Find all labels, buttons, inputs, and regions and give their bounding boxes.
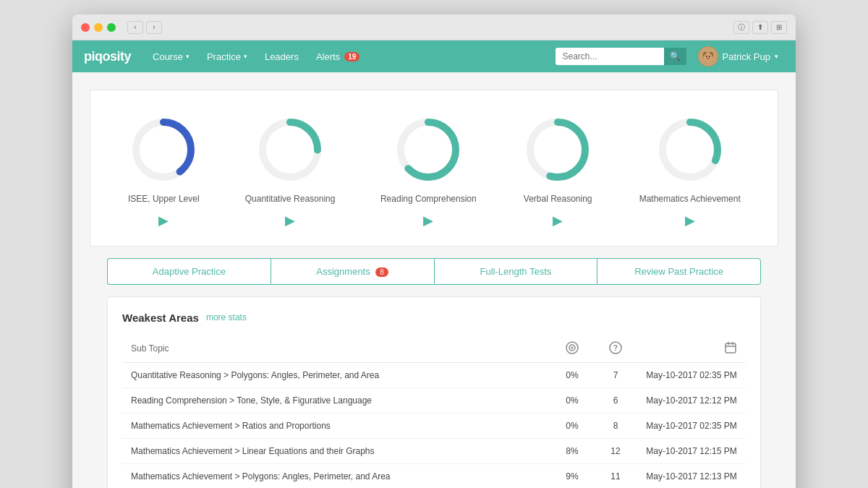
browser-window: ‹ › ⓘ ⬆ ⊞ piqosity Course ▾ Practice ▾ L… <box>72 14 796 488</box>
tabs-section: Adaptive Practice Assignments 8 Full-Len… <box>90 258 778 296</box>
weakest-areas-title: Weakest Areas <box>122 312 199 324</box>
nav-practice[interactable]: Practice ▾ <box>200 47 255 67</box>
tab-adaptive-practice[interactable]: Adaptive Practice <box>107 258 271 285</box>
row-topic-4: Mathematics Achievement > Polygons: Angl… <box>122 463 550 488</box>
course-name-reading: Reading Comprehension <box>380 193 477 205</box>
play-icon-verbal[interactable]: ▶ <box>553 213 563 228</box>
table-row: Mathematics Achievement > Ratios and Pro… <box>122 413 746 438</box>
more-stats-link[interactable]: more stats <box>206 312 247 322</box>
row-date-3: May-10-2017 12:15 PM <box>637 438 746 463</box>
table-row: Reading Comprehension > Tone, Style, & F… <box>122 388 746 413</box>
svg-point-19 <box>571 346 574 348</box>
course-circle-reading <box>392 114 464 186</box>
play-icon-mathematics[interactable]: ▶ <box>685 213 695 228</box>
course-circle-verbal <box>522 114 594 186</box>
row-date-0: May-10-2017 02:35 PM <box>637 362 746 388</box>
practice-dropdown-arrow: ▾ <box>244 53 247 60</box>
col-header-date <box>637 335 746 363</box>
back-button[interactable]: ‹ <box>127 21 143 34</box>
play-icon-reading[interactable]: ▶ <box>423 213 433 228</box>
tab-full-length-tests[interactable]: Full-Length Tests <box>434 258 597 285</box>
grid-button[interactable]: ⊞ <box>771 21 787 34</box>
tab-review-past-practice[interactable]: Review Past Practice <box>597 258 761 285</box>
nav-leaders[interactable]: Leaders <box>258 47 306 67</box>
table-body: Quantitative Reasoning > Polygons: Angle… <box>122 362 746 488</box>
row-topic-3: Mathematics Achievement > Linear Equatio… <box>122 438 550 463</box>
search-input[interactable] <box>556 48 664 65</box>
table-row: Quantitative Reasoning > Polygons: Angle… <box>122 362 746 388</box>
share-button[interactable]: ⬆ <box>752 21 768 34</box>
svg-rect-22 <box>726 343 736 353</box>
minimize-button[interactable] <box>94 23 103 32</box>
user-name: Patrick Pup <box>723 51 770 62</box>
row-questions-0: 7 <box>594 362 637 388</box>
col-header-score <box>550 335 594 363</box>
courses-section: ISEE, Upper Level ▶ Quantitative Reasoni… <box>90 90 778 246</box>
main-content: ISEE, Upper Level ▶ Quantitative Reasoni… <box>72 72 796 488</box>
row-questions-1: 6 <box>594 388 637 413</box>
course-item-reading[interactable]: Reading Comprehension ▶ <box>380 114 477 228</box>
col-header-topic: Sub Topic <box>122 335 550 363</box>
svg-point-3 <box>704 53 712 61</box>
search-box: 🔍 <box>556 48 686 65</box>
close-button[interactable] <box>81 23 90 32</box>
navigation-bar: piqosity Course ▾ Practice ▾ Leaders Ale… <box>72 40 796 72</box>
row-date-4: May-10-2017 12:13 PM <box>637 463 746 488</box>
course-circle-isee <box>127 114 200 186</box>
svg-point-4 <box>706 56 707 57</box>
row-score-4: 9% <box>550 463 594 488</box>
nav-right: 🔍 Patrick Pup ▾ <box>556 43 784 69</box>
course-name-mathematics: Mathematics Achievement <box>639 193 741 205</box>
course-circle-quantitative <box>254 114 326 186</box>
course-name-verbal: Verbal Reasoning <box>524 193 592 205</box>
course-item-quantitative[interactable]: Quantitative Reasoning ▶ <box>245 114 336 228</box>
table-header: Sub Topic ? <box>122 335 746 363</box>
row-questions-3: 12 <box>594 438 637 463</box>
forward-button[interactable]: › <box>146 21 162 34</box>
svg-text:?: ? <box>613 344 618 352</box>
search-button[interactable]: 🔍 <box>664 48 686 65</box>
nav-course[interactable]: Course ▾ <box>145 47 197 67</box>
row-questions-2: 8 <box>594 413 637 438</box>
brand-logo[interactable]: piqosity <box>84 49 131 64</box>
weakest-areas-section: Weakest Areas more stats Sub Topic <box>107 296 761 488</box>
row-date-2: May-10-2017 02:35 PM <box>637 413 746 438</box>
title-bar: ‹ › ⓘ ⬆ ⊞ <box>72 14 796 40</box>
row-questions-4: 11 <box>594 463 637 488</box>
play-icon-quantitative[interactable]: ▶ <box>285 213 295 228</box>
course-name-quantitative: Quantitative Reasoning <box>245 193 336 205</box>
row-score-1: 0% <box>550 388 594 413</box>
course-dropdown-arrow: ▾ <box>186 53 190 60</box>
course-item-isee[interactable]: ISEE, Upper Level ▶ <box>127 114 200 228</box>
play-icon-isee[interactable]: ▶ <box>158 213 169 228</box>
row-topic-2: Mathematics Achievement > Ratios and Pro… <box>122 413 550 438</box>
course-name-isee: ISEE, Upper Level <box>128 193 200 205</box>
window-action-buttons: ⓘ ⬆ ⊞ <box>733 21 787 34</box>
svg-point-5 <box>709 56 710 57</box>
row-score-3: 8% <box>550 438 594 463</box>
nav-links: Course ▾ Practice ▾ Leaders Alerts 19 <box>145 47 367 67</box>
table-row: Mathematics Achievement > Linear Equatio… <box>122 438 746 463</box>
section-header: Weakest Areas more stats <box>122 312 746 324</box>
course-item-mathematics[interactable]: Mathematics Achievement ▶ <box>639 114 741 228</box>
alerts-badge: 19 <box>344 52 359 61</box>
course-item-verbal[interactable]: Verbal Reasoning ▶ <box>522 114 594 228</box>
tab-assignments[interactable]: Assignments 8 <box>271 258 434 285</box>
info-button[interactable]: ⓘ <box>733 21 749 34</box>
row-topic-0: Quantitative Reasoning > Polygons: Angle… <box>122 362 550 388</box>
row-topic-1: Reading Comprehension > Tone, Style, & F… <box>122 388 550 413</box>
row-date-1: May-10-2017 12:12 PM <box>637 388 746 413</box>
user-dropdown-arrow: ▾ <box>775 53 778 60</box>
browser-nav-buttons: ‹ › <box>127 21 162 34</box>
user-avatar <box>698 46 718 67</box>
maximize-button[interactable] <box>107 23 116 32</box>
course-circle-mathematics <box>654 114 726 186</box>
nav-alerts[interactable]: Alerts 19 <box>309 47 367 67</box>
weakest-areas-table: Sub Topic ? <box>122 335 746 488</box>
traffic-lights <box>81 23 116 32</box>
assignments-badge: 8 <box>375 267 388 277</box>
row-score-0: 0% <box>550 362 594 388</box>
courses-card: ISEE, Upper Level ▶ Quantitative Reasoni… <box>90 90 778 247</box>
user-menu[interactable]: Patrick Pup ▾ <box>692 43 784 69</box>
row-score-2: 0% <box>550 413 594 438</box>
